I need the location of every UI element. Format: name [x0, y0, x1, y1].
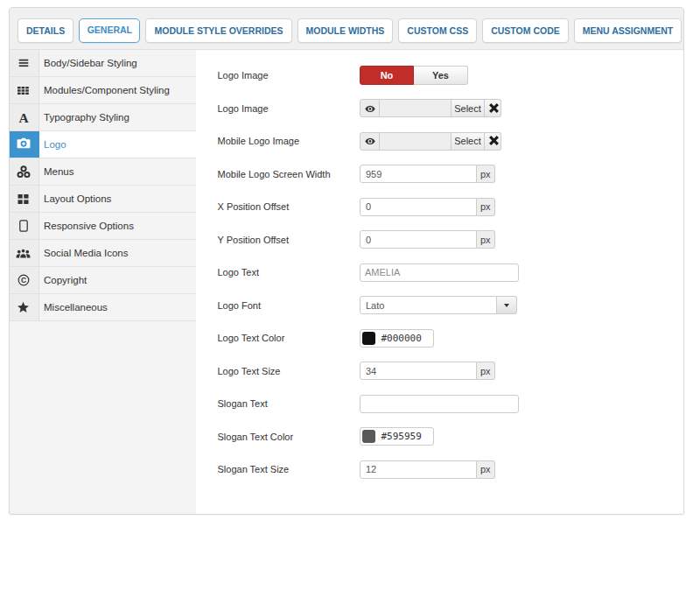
sidebar-item-responsive-options[interactable]: Responsive Options — [10, 213, 196, 240]
toggle-yes-button[interactable]: Yes — [414, 66, 468, 85]
number-field: px — [360, 198, 495, 216]
tablet-icon — [10, 213, 39, 239]
field-label: Logo Image — [218, 103, 360, 114]
sidebar-item-body-sidebar-styling[interactable]: Body/Sidebar Styling — [10, 50, 196, 77]
grid-2x2-icon — [10, 186, 39, 212]
clear-button[interactable] — [485, 99, 501, 117]
field-label: Logo Text Size — [218, 366, 360, 376]
toggle-no-button[interactable]: No — [360, 66, 414, 85]
logo-font-input[interactable] — [360, 296, 497, 314]
field-label: Logo Text Color — [218, 333, 360, 343]
preview-button[interactable] — [360, 99, 380, 117]
color-value: #000000 — [375, 333, 382, 344]
logo-image-toggle: NoYes — [360, 66, 468, 85]
color-value: #595959 — [375, 431, 382, 442]
slogan-text-size-input[interactable] — [360, 460, 477, 479]
form-row-slogan-text-color: Slogan Text Color#595959 — [218, 427, 684, 446]
x-position-offset-input[interactable] — [360, 198, 477, 216]
mobile-logo-screen-width-input[interactable] — [360, 165, 477, 183]
logo-text-input[interactable] — [360, 263, 519, 282]
field-label: Logo Image — [218, 70, 360, 81]
form-row-logo-text-size: Logo Text Sizepx — [218, 362, 684, 381]
sidebar-item-label: Body/Sidebar Styling — [39, 50, 196, 76]
form-row-y-position-offset: Y Position Offsetpx — [218, 230, 684, 249]
tab-module-style-overrides[interactable]: MODULE STYLE OVERRIDES — [145, 18, 291, 43]
sidebar-item-modules-component-styling[interactable]: Modules/Component Styling — [10, 77, 196, 104]
form-row-mobile-logo-image: Mobile Logo ImageSelect — [218, 131, 684, 151]
tab-custom-code[interactable]: CUSTOM CODE — [482, 18, 569, 43]
font-dropdown-button[interactable] — [497, 296, 518, 314]
select-button[interactable]: Select — [452, 132, 485, 151]
form-row-logo-text-color: Logo Text Color#000000 — [218, 328, 684, 348]
camera-icon — [10, 131, 39, 158]
field-label: Mobile Logo Image — [218, 136, 360, 146]
form-row-logo-font: Logo Font — [218, 296, 684, 315]
sidebar-item-miscellaneous[interactable]: Miscellaneous — [10, 294, 196, 321]
eye-icon — [365, 101, 375, 116]
sidebar-item-label: Social Media Icons — [39, 240, 196, 266]
font-select — [360, 296, 517, 314]
field-label: Logo Text — [218, 267, 360, 277]
grid-3x3-icon — [10, 77, 39, 103]
color-field[interactable]: #595959 — [360, 427, 434, 446]
color-swatch — [362, 332, 375, 345]
sidebar-item-label: Modules/Component Styling — [39, 77, 196, 103]
sidebar-item-copyright[interactable]: CCopyright — [10, 267, 196, 294]
color-field[interactable]: #000000 — [360, 329, 434, 348]
sidebar-item-label: Layout Options — [39, 186, 196, 212]
unit-addon: px — [477, 198, 496, 216]
form-row-slogan-text-size: Slogan Text Sizepx — [218, 460, 684, 479]
form-row-slogan-text: Slogan Text — [218, 394, 684, 413]
unit-addon: px — [477, 460, 496, 479]
field-label: Y Position Offset — [218, 235, 360, 245]
media-field: Select — [360, 132, 501, 151]
select-button[interactable]: Select — [452, 99, 485, 117]
sidebar-item-logo[interactable]: Logo — [10, 131, 196, 158]
star-icon — [10, 294, 39, 320]
form-row-x-position-offset: X Position Offsetpx — [218, 197, 684, 216]
form-panel: Logo ImageNoYesLogo ImageSelectMobile Lo… — [196, 50, 683, 514]
sidebar-item-layout-options[interactable]: Layout Options — [10, 186, 196, 213]
sidebar-item-social-media-icons[interactable]: Social Media Icons — [10, 240, 196, 267]
unit-addon: px — [477, 230, 496, 249]
y-position-offset-input[interactable] — [360, 230, 477, 249]
form-row-logo-image: Logo ImageSelect — [218, 99, 684, 118]
unit-addon: px — [477, 165, 496, 183]
tab-module-widths[interactable]: MODULE WIDTHS — [298, 18, 394, 43]
slogan-text-input[interactable] — [360, 395, 519, 413]
x-icon — [486, 101, 499, 116]
tab-bar: DETAILSGENERALMODULE STYLE OVERRIDESMODU… — [10, 8, 683, 50]
number-field: px — [360, 362, 495, 380]
media-path-input[interactable] — [380, 99, 452, 117]
tab-menu-assignment[interactable]: MENU ASSIGNMENT — [574, 18, 682, 43]
sidebar-item-typography-styling[interactable]: ATypography Styling — [10, 104, 196, 131]
svg-text:C: C — [20, 276, 25, 284]
number-field: px — [360, 460, 495, 479]
sidebar-item-label: Responsive Options — [39, 213, 196, 239]
sidebar-item-label: Menus — [39, 158, 196, 185]
bars-icon — [10, 50, 39, 76]
field-label: Slogan Text Color — [218, 432, 360, 442]
sidebar-item-label: Typography Styling — [39, 104, 196, 130]
eye-icon — [365, 133, 375, 149]
media-path-input[interactable] — [380, 132, 452, 151]
clear-button[interactable] — [485, 132, 501, 151]
caret-down-icon — [504, 304, 509, 307]
media-field: Select — [360, 99, 501, 117]
sidebar-item-menus[interactable]: Menus — [10, 158, 196, 186]
tab-custom-css[interactable]: CUSTOM CSS — [398, 18, 477, 43]
preview-button[interactable] — [360, 132, 380, 151]
logo-text-size-input[interactable] — [360, 362, 477, 380]
sidebar-item-label: Miscellaneous — [39, 294, 196, 320]
tab-general[interactable]: GENERAL — [79, 18, 140, 43]
unit-addon: px — [477, 362, 496, 380]
field-label: Slogan Text — [218, 398, 360, 409]
number-field: px — [360, 165, 495, 183]
sidebar-item-label: Logo — [39, 131, 196, 158]
field-label: Mobile Logo Screen Width — [218, 169, 360, 179]
tab-details[interactable]: DETAILS — [18, 18, 74, 43]
form-row-mobile-logo-screen-width: Mobile Logo Screen Widthpx — [218, 165, 684, 184]
sidebar: Body/Sidebar StylingModules/Component St… — [10, 50, 196, 514]
field-label: X Position Offset — [218, 201, 360, 212]
svg-text:A: A — [18, 111, 29, 123]
